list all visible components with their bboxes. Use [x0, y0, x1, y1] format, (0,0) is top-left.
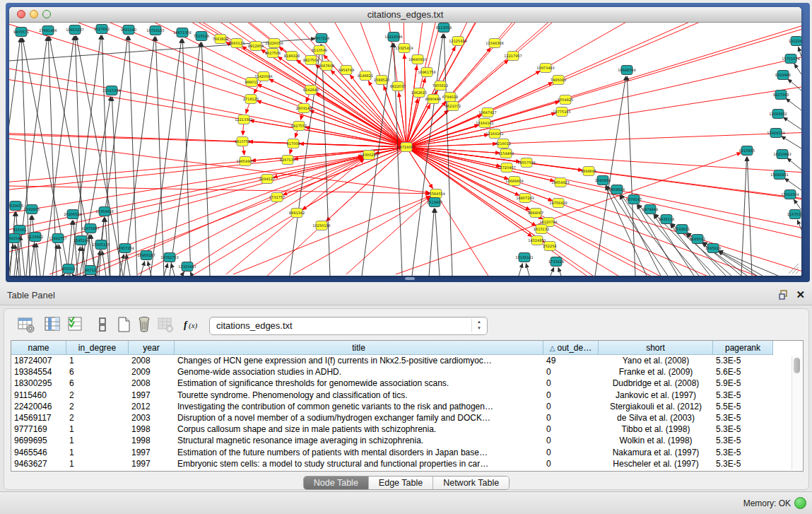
graph-node[interactable]: 27691406	[39, 26, 57, 35]
table-row[interactable]: 2242004622012Investigating the contribut…	[11, 402, 803, 413]
table-cell[interactable]: Genome-wide association studies in ADHD.	[175, 367, 543, 378]
table-cell[interactable]: 5.3E-5	[713, 459, 773, 470]
tab-network-table[interactable]: Network Table	[433, 477, 509, 489]
graph-node[interactable]: 7957224	[314, 34, 329, 43]
table-cell[interactable]: 1	[66, 436, 129, 447]
table-cell[interactable]: 9465546	[11, 448, 66, 459]
graph-node[interactable]: 1592805	[24, 205, 40, 214]
graph-node[interactable]: 1312344	[789, 37, 801, 46]
graph-node[interactable]: 9405571	[13, 28, 29, 37]
table-settings-icon[interactable]	[17, 315, 35, 334]
table-cell[interactable]: 1	[66, 424, 129, 436]
graph-node[interactable]: 1640954	[595, 176, 611, 185]
delete-column-icon[interactable]	[135, 315, 153, 334]
graph-node[interactable]: 8912954	[248, 42, 264, 51]
column-header-pagerank[interactable]: pagerank	[713, 341, 773, 355]
graph-node[interactable]: 19218596	[384, 33, 402, 42]
graph-node[interactable]: 1695818	[705, 244, 721, 253]
table-cell[interactable]: 5.5E-5	[713, 402, 773, 413]
graph-node[interactable]: 1545194	[73, 236, 89, 245]
graph-node[interactable]: 7663822	[213, 35, 228, 44]
graph-node[interactable]: 18775165	[553, 107, 570, 117]
table-cell[interactable]: Changes of HCN gene expression and I(f) …	[175, 356, 543, 367]
graph-node[interactable]: 1731757	[269, 193, 285, 202]
graph-node[interactable]: 1115682	[28, 233, 43, 242]
table-cell[interactable]: 5.6E-5	[713, 367, 773, 378]
table-cell[interactable]: Disruption of a novel member of a sodium…	[175, 413, 543, 424]
table-cell[interactable]: Investigating the contribution of common…	[175, 402, 543, 413]
table-cell[interactable]: 2003	[129, 413, 175, 424]
table-row[interactable]: 969969511998Structural magnetic resonanc…	[11, 436, 803, 447]
table-cell[interactable]: Tibbo et al. (1998)	[599, 424, 713, 436]
table-row[interactable]: 911546021997Tourette syndrome. Phenomeno…	[11, 390, 803, 402]
float-window-icon[interactable]	[778, 289, 789, 300]
graph-node[interactable]: 39154	[9, 234, 20, 243]
table-cell[interactable]: de Silva et al. (2003)	[599, 413, 713, 424]
graph-node[interactable]: 9661140	[121, 25, 136, 35]
graph-node[interactable]: 1615132	[534, 225, 549, 234]
graph-node[interactable]: 1588520	[374, 76, 389, 85]
table-cell[interactable]: 1998	[129, 424, 175, 436]
graph-node[interactable]: 9242848	[303, 86, 319, 95]
graph-node[interactable]: 8216012	[495, 139, 511, 148]
table-cell[interactable]: 2008	[129, 356, 175, 367]
table-cell[interactable]: Embryonic stem cells: a model to study s…	[175, 459, 543, 470]
graph-node[interactable]: 18807293	[516, 194, 534, 203]
graph-node[interactable]: 12093832	[769, 110, 787, 119]
graph-node[interactable]: 8267130	[280, 156, 295, 165]
graph-node[interactable]: 8454749	[339, 66, 354, 75]
graph-node[interactable]: 9227343	[773, 90, 789, 100]
table-cell[interactable]: Tourette syndrome. Phenomenology and cla…	[175, 390, 543, 402]
graph-node[interactable]: 9827508	[265, 49, 281, 58]
graph-node[interactable]: 915061	[13, 226, 26, 235]
table-cell[interactable]: Estimation of the future numbers of pati…	[175, 448, 543, 459]
column-header-name[interactable]: name	[11, 341, 66, 355]
graph-node[interactable]: 8990448	[425, 95, 441, 104]
table-cell[interactable]: 5.3E-5	[713, 413, 773, 424]
table-cell[interactable]: 18724007	[11, 356, 66, 367]
graph-node[interactable]: 21015334	[102, 86, 120, 95]
column-header-short[interactable]: short	[599, 341, 713, 355]
scrollbar-thumb[interactable]	[794, 358, 800, 373]
splitter-handle[interactable]	[405, 277, 415, 280]
table-cell[interactable]: 14569117	[11, 413, 66, 424]
graph-node[interactable]: 1054925	[558, 95, 573, 105]
graph-node[interactable]: 1527602	[94, 25, 110, 34]
table-cell[interactable]: 9777169	[11, 424, 66, 436]
graph-node[interactable]: 252254	[543, 242, 556, 251]
table-cell[interactable]: Structural magnetic resonance image aver…	[175, 436, 543, 447]
table-cell[interactable]: 1	[66, 448, 129, 459]
table-cell[interactable]: Corpus callosum shape and size in male p…	[175, 424, 543, 436]
graph-node[interactable]: 2067608	[319, 62, 334, 71]
graph-node[interactable]: 10719155	[146, 26, 164, 35]
close-panel-icon[interactable]: ✕	[796, 288, 805, 301]
combo-stepper-icon[interactable]: ▲▼	[471, 319, 484, 332]
tab-node-table[interactable]: Node Table	[304, 477, 369, 489]
vertical-scrollbar[interactable]	[792, 356, 801, 469]
graph-node[interactable]: 2935114	[659, 215, 674, 224]
graph-node[interactable]: 18226058	[265, 39, 283, 48]
graph-node[interactable]: 9884067	[528, 209, 543, 218]
table-cell[interactable]: Dudbridge et al. (2008)	[599, 378, 713, 390]
new-column-icon[interactable]	[114, 315, 133, 334]
graph-node[interactable]: 19654923	[551, 178, 569, 187]
graph-node[interactable]: 16961758	[418, 68, 435, 77]
graph-node[interactable]: 950513	[61, 264, 75, 274]
column-header-in_degree[interactable]: in_degree	[66, 341, 129, 355]
graph-node[interactable]: 19557598	[517, 158, 535, 168]
graph-node[interactable]: 15720407	[498, 163, 515, 173]
table-cell[interactable]: Stergiakouli et al. (2012)	[599, 402, 713, 413]
function-builder-icon[interactable]: f(x)	[182, 315, 201, 334]
graph-node[interactable]: 7955812	[433, 81, 448, 90]
table-cell[interactable]: 2	[66, 390, 129, 402]
graph-node[interactable]: 8660123	[229, 39, 245, 48]
graph-node[interactable]: 12942757	[49, 234, 66, 243]
table-cell[interactable]: Wolkin et al. (1998)	[599, 436, 713, 447]
table-cell[interactable]: 5.3E-5	[713, 390, 773, 402]
table-cell[interactable]: 0	[543, 390, 599, 402]
graph-node[interactable]: 1362615	[411, 88, 427, 98]
graph-node[interactable]: 15751074	[782, 54, 799, 64]
graph-node[interactable]: 9827504	[303, 56, 319, 65]
table-cell[interactable]: 5.3E-5	[713, 356, 773, 367]
table-cell[interactable]: 2	[66, 402, 129, 413]
